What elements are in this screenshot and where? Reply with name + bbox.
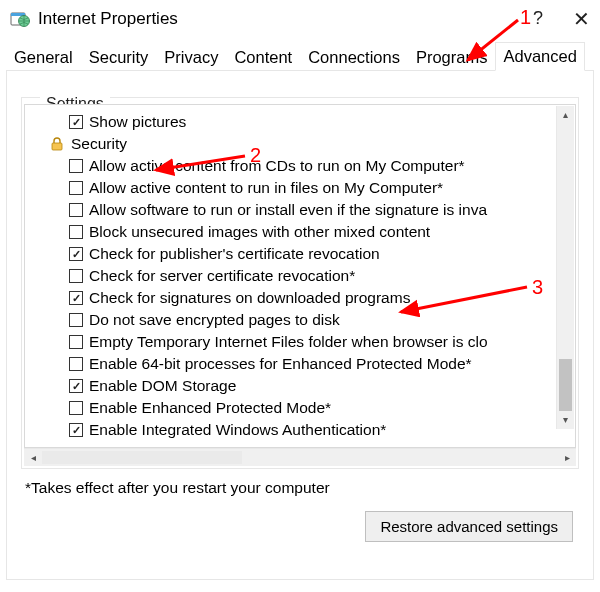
help-button[interactable]: ?	[533, 8, 543, 29]
item-label: Enable Integrated Windows Authentication…	[89, 419, 386, 441]
restore-advanced-button[interactable]: Restore advanced settings	[365, 511, 573, 542]
settings-item[interactable]: Allow software to run or install even if…	[25, 199, 575, 221]
tab-strip: GeneralSecurityPrivacyContentConnections…	[0, 41, 600, 70]
checkbox[interactable]	[69, 181, 83, 195]
tab-privacy[interactable]: Privacy	[156, 43, 226, 71]
item-label: Check for server certificate revocation*	[89, 265, 355, 287]
settings-item[interactable]: Allow active content from CDs to run on …	[25, 155, 575, 177]
checkbox[interactable]	[69, 203, 83, 217]
item-label: Enable DOM Storage	[89, 375, 236, 397]
settings-item[interactable]: Empty Temporary Internet Files folder wh…	[25, 331, 575, 353]
settings-item[interactable]: Show pictures	[25, 111, 575, 133]
checkbox[interactable]	[69, 225, 83, 239]
svg-rect-3	[52, 143, 62, 150]
restart-note: *Takes effect after you restart your com…	[25, 479, 579, 497]
vscroll-track[interactable]	[557, 124, 574, 411]
settings-list-wrap: Show picturesSecurityAllow active conten…	[24, 104, 576, 466]
settings-item[interactable]: Allow active content to run in files on …	[25, 177, 575, 199]
checkbox[interactable]	[69, 115, 83, 129]
checkbox[interactable]	[69, 291, 83, 305]
item-label: Show pictures	[89, 111, 186, 133]
tab-connections[interactable]: Connections	[300, 43, 408, 71]
settings-item[interactable]: Enable Enhanced Protected Mode*	[25, 397, 575, 419]
tab-security[interactable]: Security	[81, 43, 157, 71]
settings-item[interactable]: Enable DOM Storage	[25, 375, 575, 397]
settings-item[interactable]: Enable 64-bit processes for Enhanced Pro…	[25, 353, 575, 375]
tab-content[interactable]: Content	[226, 43, 300, 71]
section-header: Security	[25, 133, 575, 155]
hscroll-track[interactable]	[42, 449, 558, 466]
tab-programs[interactable]: Programs	[408, 43, 496, 71]
settings-list[interactable]: Show picturesSecurityAllow active conten…	[24, 104, 576, 448]
lock-icon	[49, 136, 65, 152]
item-label: Allow software to run or install even if…	[89, 199, 487, 221]
item-label: Check for signatures on downloaded progr…	[89, 287, 410, 309]
item-label: Check for publisher's certificate revoca…	[89, 243, 380, 265]
button-row: Restore advanced settings	[21, 511, 579, 542]
checkbox[interactable]	[69, 247, 83, 261]
settings-item[interactable]: Check for signatures on downloaded progr…	[25, 287, 575, 309]
item-label: Security	[71, 133, 127, 155]
item-label: Block unsecured images with other mixed …	[89, 221, 430, 243]
settings-fieldset: Settings Show picturesSecurityAllow acti…	[21, 97, 579, 469]
checkbox[interactable]	[69, 379, 83, 393]
close-button[interactable]: ✕	[573, 9, 590, 29]
checkbox[interactable]	[69, 313, 83, 327]
scroll-down-icon[interactable]: ▾	[557, 411, 574, 429]
item-label: Allow active content from CDs to run on …	[89, 155, 465, 177]
titlebar: Internet Properties ? ✕	[0, 0, 600, 41]
checkbox[interactable]	[69, 423, 83, 437]
settings-item[interactable]: Check for server certificate revocation*	[25, 265, 575, 287]
checkbox[interactable]	[69, 401, 83, 415]
tab-panel-advanced: Settings Show picturesSecurityAllow acti…	[6, 70, 594, 580]
vscroll-thumb[interactable]	[559, 359, 572, 411]
tab-advanced[interactable]: Advanced	[495, 42, 584, 71]
item-label: Empty Temporary Internet Files folder wh…	[89, 331, 488, 353]
window-title: Internet Properties	[38, 9, 533, 29]
settings-item[interactable]: Check for publisher's certificate revoca…	[25, 243, 575, 265]
scroll-right-icon[interactable]: ▸	[558, 449, 576, 466]
settings-item[interactable]: Enable Integrated Windows Authentication…	[25, 419, 575, 441]
horizontal-scrollbar[interactable]: ◂ ▸	[24, 448, 576, 466]
item-label: Enable Enhanced Protected Mode*	[89, 397, 331, 419]
checkbox[interactable]	[69, 269, 83, 283]
hscroll-thumb[interactable]	[42, 451, 242, 464]
item-label: Enable 64-bit processes for Enhanced Pro…	[89, 353, 472, 375]
settings-item[interactable]: Block unsecured images with other mixed …	[25, 221, 575, 243]
item-label: Allow active content to run in files on …	[89, 177, 443, 199]
settings-item[interactable]: Do not save encrypted pages to disk	[25, 309, 575, 331]
checkbox[interactable]	[69, 335, 83, 349]
checkbox[interactable]	[69, 159, 83, 173]
item-label: Do not save encrypted pages to disk	[89, 309, 340, 331]
scroll-left-icon[interactable]: ◂	[24, 449, 42, 466]
checkbox[interactable]	[69, 357, 83, 371]
tab-general[interactable]: General	[6, 43, 81, 71]
scroll-up-icon[interactable]: ▴	[557, 106, 574, 124]
vertical-scrollbar[interactable]: ▴ ▾	[556, 106, 574, 429]
internet-options-icon	[10, 9, 30, 29]
